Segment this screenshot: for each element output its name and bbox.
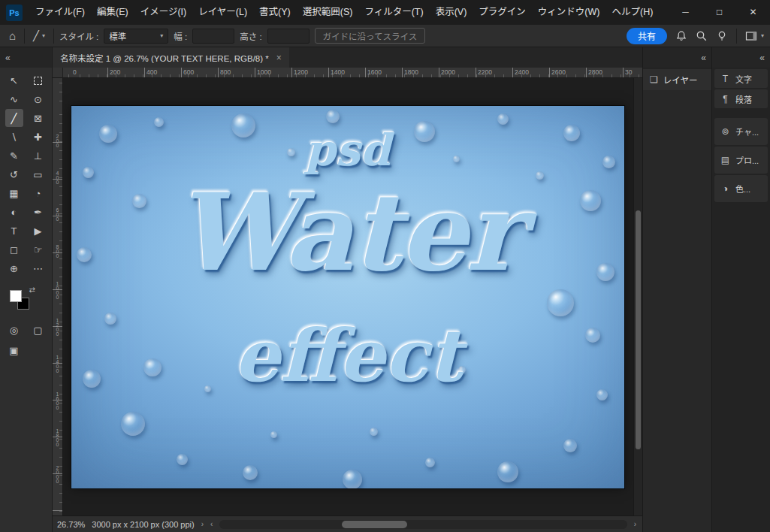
eyedropper-tool[interactable]: ∖ [5,128,23,146]
ruler-label: 1600 [367,68,382,76]
canvas-text-water: Water [71,179,624,286]
menu-item-6[interactable]: フィルター(T) [358,0,429,25]
menu-item-0[interactable]: ファイル(F) [29,0,91,25]
maximize-button[interactable]: □ [702,0,736,25]
ruler-label: 2200 [478,68,492,76]
horizontal-scrollbar[interactable] [219,520,627,529]
gradient-tool[interactable]: ▦ [5,184,23,202]
panel-button-type[interactable]: T文字 [714,69,768,88]
horizontal-scrollbar-thumb[interactable] [342,521,407,528]
style-select[interactable]: 標準 ▾ [104,29,168,44]
vertical-scrollbar[interactable] [633,78,642,515]
home-icon[interactable]: ⌂ [6,29,19,42]
edit-toolbar[interactable]: ⋯ [29,259,47,277]
hand-tool[interactable]: ☞ [29,240,47,258]
ruler-label: 800 [220,68,231,76]
menu-item-4[interactable]: 書式(Y) [253,0,297,25]
width-label: 幅 : [174,30,187,42]
title-bar: Ps ファイル(F)編集(E)イメージ(I)レイヤー(L)書式(Y)選択範囲(S… [0,0,770,25]
chevron-down-icon: ▾ [160,32,163,39]
vertical-scrollbar-thumb[interactable] [636,210,641,449]
ruler-label: 2000 [54,465,60,483]
menu-item-2[interactable]: イメージ(I) [134,0,193,25]
panel-button-channels[interactable]: ⊚チャ... [714,118,768,145]
canvas-artwork[interactable]: psd Water effect [71,106,624,488]
discover-lightbulb-icon[interactable] [716,30,728,42]
lasso-tool[interactable]: ∿ [5,90,23,108]
ruler-label: 1400 [331,68,345,76]
change-screen-mode-button[interactable]: ▣ [5,341,23,359]
menu-item-3[interactable]: レイヤー(L) [192,0,253,25]
canvas-text-effect: effect [71,320,624,392]
ruler-label: 1800 [404,68,418,76]
layers-panel-label: レイヤー [663,74,698,86]
type-tool[interactable]: T [5,222,23,240]
brush-tool[interactable]: ✎ [5,147,23,165]
pen-tool[interactable]: ✒ [29,203,47,221]
scroll-left-icon[interactable]: ‹ [210,520,213,528]
clone-stamp-tool[interactable]: ⊥ [29,147,47,165]
minimize-button[interactable]: ─ [669,0,702,25]
menu-item-5[interactable]: 選択範囲(S) [297,0,359,25]
tool-preset-dropdown[interactable]: ╱ ▾ [30,30,48,41]
screen-mode-button[interactable]: ▢ [29,321,47,339]
collapse-panel-icon[interactable]: « [701,53,706,63]
height-input[interactable] [267,29,310,44]
quick-mask-button[interactable]: ◎ [5,321,23,339]
document-tab-bar: 名称未設定 1 @ 26.7% (YOUR TEXT HERE, RGB/8) … [53,47,642,68]
foreground-color-swatch[interactable] [10,290,22,302]
quick-selection-tool[interactable]: ⊙ [29,90,47,108]
notifications-bell-icon[interactable] [675,30,687,42]
eraser-tool[interactable]: ▭ [29,165,47,183]
slice-tool[interactable]: ╱ [5,109,23,127]
ruler-label: 600 [183,68,194,76]
shape-tool[interactable]: ◻ [5,240,23,258]
move-tool[interactable]: ↖ [5,71,23,89]
share-button[interactable]: 共有 [627,28,667,44]
panel-button-label: 段落 [735,93,752,105]
dodge-tool[interactable]: ◐ [5,203,23,221]
zoom-level-field[interactable]: 26.73% [57,520,85,529]
workspace-layout-icon[interactable]: ▾ [745,30,764,42]
zoom-tool[interactable]: ⊕ [5,259,23,277]
document-tab[interactable]: 名称未設定 1 @ 26.7% (YOUR TEXT HERE, RGB/8) … [53,47,289,68]
panel-button-properties[interactable]: ▤プロ... [714,147,768,174]
close-button[interactable]: ✕ [736,0,770,25]
history-brush-tool[interactable]: ↺ [5,165,23,183]
tools-panel-header: « [0,47,52,68]
menu-item-7[interactable]: 表示(V) [430,0,473,25]
frame-tool[interactable]: ⊠ [29,109,47,127]
scroll-right-icon[interactable]: › [634,520,636,528]
menu-item-1[interactable]: 編集(E) [91,0,134,25]
menu-item-10[interactable]: ヘルプ(H) [605,0,659,25]
ruler-label: 2600 [551,68,566,76]
ruler-label: 400 [54,171,60,184]
search-icon[interactable] [696,30,708,42]
path-selection-tool[interactable]: ▶ [29,222,47,240]
menu-item-9[interactable]: ウィンドウ(W) [532,0,606,25]
healing-brush-tool[interactable]: ✚ [29,128,47,146]
collapse-panel-icon[interactable]: « [5,53,11,63]
water-droplet [425,458,435,467]
collapsed-panels-dock: « T文字¶段落⊚チャ...▤プロ...◑色... [712,47,770,532]
type-icon: T [720,74,730,84]
panel-button-paragraph[interactable]: ¶段落 [714,89,768,108]
ruler-row: 0200400600800100012001400160018002000220… [53,68,642,78]
doc-info-chevron-icon[interactable]: › [201,520,204,528]
ruler-label: 200 [110,68,120,76]
tools-grid: ↖∿⊙╱⊠∖✚✎⊥↺▭▦◔◐✒T▶◻☞⊕⋯ [0,68,52,277]
swap-colors-icon[interactable]: ⇄ [29,286,35,294]
rectangular-marquee-tool[interactable] [29,71,47,89]
collapse-panel-icon[interactable]: « [759,53,765,63]
water-droplet [121,412,145,436]
tab-close-icon[interactable]: × [276,53,282,63]
menu-item-8[interactable]: プラグイン [473,0,532,25]
slices-from-guides-button[interactable]: ガイドに沿ってスライス [315,28,426,44]
canvas-row: 200400600800100012001400160018002000 psd… [53,78,642,515]
blur-tool[interactable]: ◔ [29,184,47,202]
document-info[interactable]: 3000 px x 2100 px (300 ppi) [92,520,194,529]
layers-dock-header: « [643,47,711,68]
panel-button-adjustments[interactable]: ◑色... [714,175,768,202]
layers-panel-tab[interactable]: ❏ レイヤー [643,69,711,90]
width-input[interactable] [192,29,234,44]
